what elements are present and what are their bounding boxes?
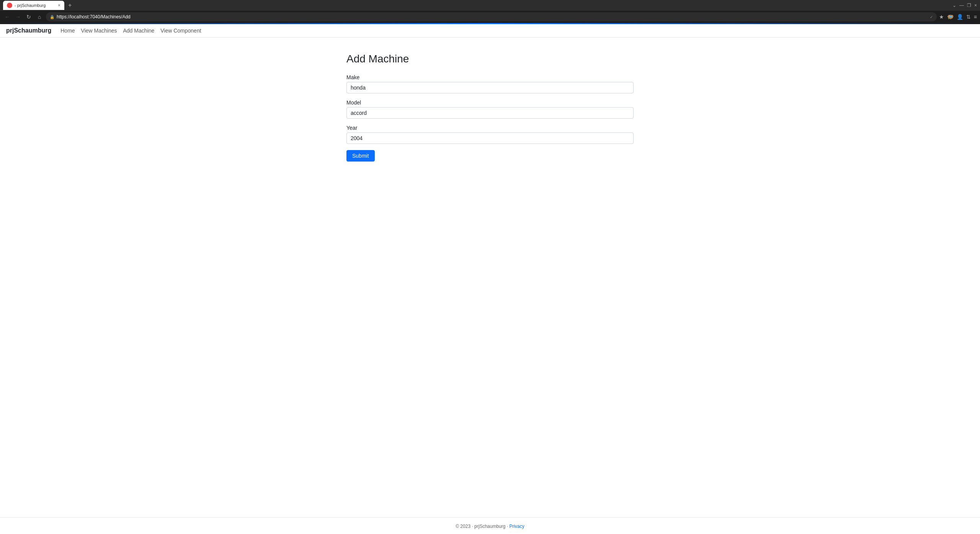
bookmark-star-icon[interactable]: ★ bbox=[939, 14, 944, 20]
home-button[interactable]: ⌂ bbox=[35, 13, 44, 21]
navbar: prjSchaumburg Home View Machines Add Mac… bbox=[0, 24, 980, 38]
url-text: https://localhost:7040/Machines/Add bbox=[57, 14, 928, 20]
nav-link-view-component[interactable]: View Component bbox=[160, 28, 201, 34]
year-label: Year bbox=[346, 125, 634, 131]
year-input[interactable] bbox=[346, 132, 634, 144]
page-wrapper: prjSchaumburg Home View Machines Add Mac… bbox=[0, 24, 980, 534]
restore-button[interactable]: ❐ bbox=[967, 3, 971, 8]
make-input[interactable] bbox=[346, 82, 634, 93]
menu-icon[interactable]: ≡ bbox=[974, 14, 977, 20]
model-field-group: Model bbox=[346, 100, 634, 119]
account-icon[interactable]: 👤 bbox=[957, 14, 963, 20]
tab-close-button[interactable]: × bbox=[58, 3, 60, 8]
new-tab-button[interactable]: + bbox=[66, 2, 74, 9]
browser-tab-title: - prjSchaumburg bbox=[15, 3, 56, 8]
close-button[interactable]: × bbox=[974, 3, 977, 8]
toolbar-right: ★ 🪺 👤 ⇅ ≡ bbox=[939, 14, 977, 20]
year-field-group: Year bbox=[346, 125, 634, 144]
form-container: Add Machine Make Model Year bbox=[346, 53, 634, 162]
shield-icon: ✓ bbox=[930, 15, 933, 19]
sync-icon[interactable]: ⇅ bbox=[966, 14, 971, 20]
url-bar[interactable]: 🔒 https://localhost:7040/Machines/Add ✓ bbox=[46, 12, 937, 21]
extensions-icon[interactable]: 🪺 bbox=[947, 14, 954, 20]
nav-link-home[interactable]: Home bbox=[60, 28, 75, 34]
make-label: Make bbox=[346, 74, 634, 80]
model-input[interactable] bbox=[346, 107, 634, 119]
main-content: Add Machine Make Model Year bbox=[0, 38, 980, 517]
page-loading-bar bbox=[0, 23, 980, 24]
back-button[interactable]: ← bbox=[3, 13, 11, 21]
nav-link-view-machines[interactable]: View Machines bbox=[81, 28, 117, 34]
window-controls: ⌄ — ❐ × bbox=[952, 3, 977, 8]
make-field-group: Make bbox=[346, 74, 634, 93]
browser-tab-active[interactable]: - prjSchaumburg × bbox=[3, 1, 64, 10]
page-title: Add Machine bbox=[346, 53, 634, 65]
tab-favicon bbox=[7, 3, 12, 8]
browser-toolbar: ← → ↻ ⌂ 🔒 https://localhost:7040/Machine… bbox=[0, 11, 980, 23]
nav-link-add-machine[interactable]: Add Machine bbox=[123, 28, 155, 34]
forward-button[interactable]: → bbox=[14, 13, 22, 21]
minimize-button[interactable]: — bbox=[959, 3, 964, 8]
privacy-link[interactable]: Privacy bbox=[509, 524, 524, 529]
footer-text: © 2023 · prjSchaumburg · bbox=[456, 524, 508, 529]
submit-button[interactable]: Submit bbox=[346, 150, 375, 162]
reload-button[interactable]: ↻ bbox=[24, 13, 33, 21]
footer: © 2023 · prjSchaumburg · Privacy bbox=[0, 517, 980, 534]
navbar-brand[interactable]: prjSchaumburg bbox=[6, 27, 51, 34]
lock-icon: 🔒 bbox=[50, 15, 54, 19]
browser-tab-bar: - prjSchaumburg × + ⌄ — ❐ × bbox=[0, 0, 980, 11]
model-label: Model bbox=[346, 100, 634, 106]
add-machine-form: Make Model Year Submit bbox=[346, 74, 634, 162]
dropdown-icon[interactable]: ⌄ bbox=[952, 3, 956, 8]
browser-chrome: - prjSchaumburg × + ⌄ — ❐ × ← → ↻ ⌂ 🔒 ht… bbox=[0, 0, 980, 24]
